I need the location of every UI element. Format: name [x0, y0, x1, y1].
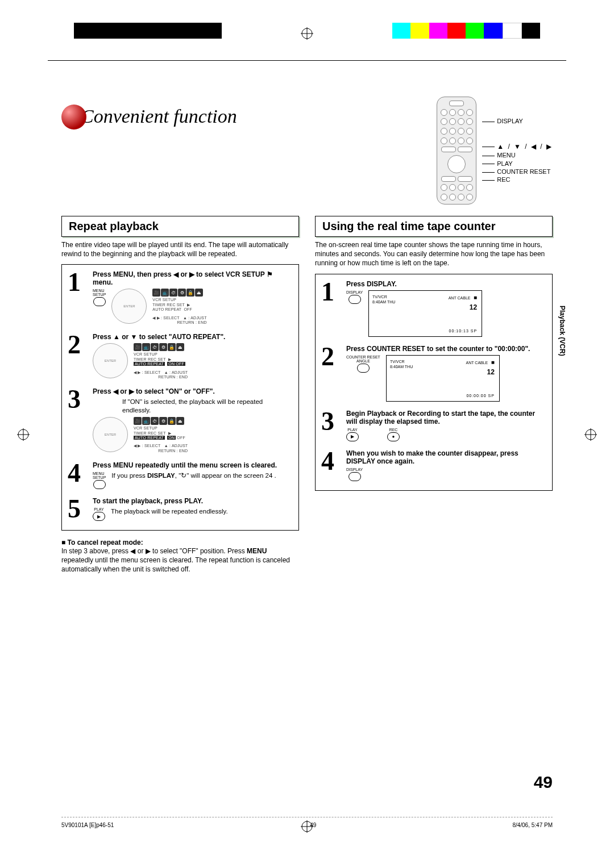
remote-label-display: DISPLAY [482, 117, 553, 125]
step-title: Press MENU repeatedly until the menu scr… [93, 461, 293, 469]
red-sphere-icon [61, 105, 86, 130]
step-number: 1 [68, 270, 88, 325]
step-title: To start the playback, press PLAY. [93, 497, 293, 505]
page: Convenient function DISPLAY [0, 0, 614, 868]
repeat-step-5: 5 To start the playback, press PLAY. PLA… [68, 497, 293, 521]
remote-label-stack: DISPLAY ▲ / ▼ / ◀ / ▶ MENU PLAY COUNTER … [482, 117, 553, 183]
header-row: Convenient function DISPLAY [61, 97, 553, 205]
right-column: Using the real time tape counter The on-… [315, 216, 553, 574]
crop-line-top [48, 60, 566, 61]
nav-wheel-icon [93, 343, 128, 378]
page-number: 49 [534, 773, 553, 792]
content-area: Convenient function DISPLAY [61, 97, 553, 788]
remote-label-counter-reset: COUNTER RESET [482, 168, 553, 176]
counter-step-1: 1 Press DISPLAY. DISPLAY TV/VCR 8: [321, 280, 546, 337]
play-button-icon: PLAY ▶ [93, 507, 105, 521]
repeat-step-3: 3 Press ◀ or ▶ to select "ON" or "OFF". … [68, 387, 293, 453]
title-group: Convenient function [61, 102, 237, 127]
step-title: Press DISPLAY. [346, 280, 546, 288]
remote-label-play: PLAY [482, 160, 553, 168]
display-button-icon: DISPLAY [346, 290, 363, 304]
main-columns: Repeat playback The entire video tape wi… [61, 216, 553, 574]
osd-iconstrip: 🎥📺⏱⚙🔒⏏ [152, 289, 206, 297]
registration-mark-left [17, 428, 30, 443]
registration-mark-right [584, 428, 597, 443]
remote-label-menu: MENU [482, 151, 553, 159]
step-desc: If you press DISPLAY, "↻" will appear on… [111, 471, 276, 480]
footer-file: 5V90101A [E]p46-51 [61, 822, 114, 828]
footer-datetime: 8/4/06, 5:47 PM [512, 822, 553, 828]
color-bar-left [74, 23, 222, 39]
repeat-step-2: 2 Press ▲ or ▼ to select "AUTO REPEAT". … [68, 333, 293, 379]
cancel-note: To cancel repeat mode: In step 3 above, … [61, 539, 299, 574]
step-number: 4 [321, 449, 342, 481]
osd-screen-1: TV/VCR 8:40AM THU ANT CABLE ■ 12 00:10:1… [368, 290, 482, 337]
counter-steps-box: 1 Press DISPLAY. DISPLAY TV/VCR 8: [315, 274, 553, 491]
page-title: Convenient function [81, 106, 237, 127]
osd-iconstrip: 🎥📺⏱⚙🔒⏏ [134, 417, 188, 425]
left-column: Repeat playback The entire video tape wi… [61, 216, 299, 574]
counter-step-2: 2 Press COUNTER RESET to set the counter… [321, 345, 546, 402]
step-title: Press ▲ or ▼ to select "AUTO REPEAT". [93, 333, 293, 341]
menu-setup-button-icon: MENU SETUP [93, 289, 106, 306]
step-title: Press MENU, then press ◀ or ▶ to select … [93, 270, 293, 286]
step-number: 4 [68, 461, 88, 489]
section-heading-counter: Using the real time tape counter [315, 216, 553, 237]
step-desc: The playback will be repeated endlessly. [111, 507, 228, 516]
step-title: Press COUNTER RESET to set the counter t… [346, 345, 546, 353]
step-number: 3 [321, 410, 342, 441]
footer: 5V90101A [E]p46-51 49 8/4/06, 5:47 PM [61, 817, 553, 828]
cancel-body: In step 3 above, press ◀ or ▶ to select … [61, 546, 299, 574]
step-title: Begin Playback or Recording to start the… [346, 410, 546, 425]
osd-menu-title: VCR SETUP [152, 298, 206, 302]
nav-wheel-icon [93, 417, 128, 452]
repeat-step-1: 1 Press MENU, then press ◀ or ▶ to selec… [68, 270, 293, 325]
repeat-step-4: 4 Press MENU repeatedly until the menu s… [68, 461, 293, 489]
counter-reset-button-icon: COUNTER RESET ANGLE [346, 355, 380, 373]
remote-illustration [437, 97, 476, 205]
color-bar-right [392, 23, 540, 39]
play-button-icon: PLAY ▶ [346, 428, 359, 441]
remote-label-rec: REC [482, 176, 553, 183]
step-desc: If "ON" is selected, the playback will b… [122, 398, 293, 415]
footer-page: 49 [310, 822, 316, 828]
step-number: 2 [68, 333, 88, 379]
remote-illustration-group: DISPLAY ▲ / ▼ / ◀ / ▶ MENU PLAY COUNTER … [437, 97, 553, 205]
step-number: 1 [321, 280, 342, 337]
side-tab-playback-vcr: Playback (VCR) [557, 301, 567, 361]
counter-step-4: 4 When you wish to make the counter disa… [321, 449, 546, 481]
section-heading-repeat: Repeat playback [61, 216, 299, 237]
rec-button-icon: REC ● [387, 428, 400, 441]
counter-step-3: 3 Begin Playback or Recording to start t… [321, 410, 546, 441]
step-title: When you wish to make the counter disapp… [346, 449, 546, 465]
display-button-icon: DISPLAY [346, 468, 363, 481]
repeat-intro: The entire video tape will be played unt… [61, 240, 299, 258]
remote-label-arrows: ▲ / ▼ / ◀ / ▶ [482, 143, 553, 152]
repeat-steps-box: 1 Press MENU, then press ◀ or ▶ to selec… [61, 264, 299, 531]
nav-wheel-icon [111, 289, 147, 324]
osd-iconstrip: 🎥📺⏱⚙🔒⏏ [134, 343, 188, 351]
step-number: 2 [321, 345, 342, 402]
step-number: 3 [68, 387, 88, 453]
counter-intro: The on-screen real time tape counter sho… [315, 240, 553, 268]
registration-mark-top [301, 27, 313, 40]
osd-screen-2: TV/VCR 8:40AM THU ANT CABLE ■ 12 00:00:0… [386, 355, 500, 402]
step-number: 5 [68, 497, 88, 521]
cancel-heading: To cancel repeat mode: [61, 539, 299, 546]
menu-setup-button-icon: MENU SETUP [93, 471, 106, 489]
step-title: Press ◀ or ▶ to select "ON" or "OFF". [93, 387, 293, 395]
